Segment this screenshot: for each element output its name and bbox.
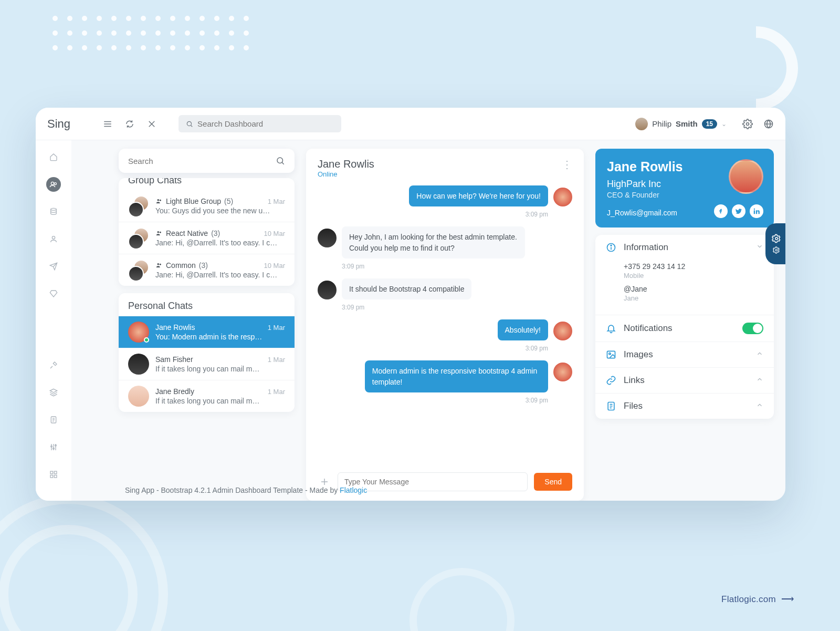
svg-line-28	[282, 162, 284, 164]
group-chats-title: Group Chats	[119, 178, 295, 190]
user-menu[interactable]: Philip Smith 15 ⌄	[635, 118, 732, 130]
group-chats-card: Group Chats Light Blue Group(5)1 Mar You…	[119, 178, 295, 286]
info-information-row[interactable]: Information	[595, 235, 774, 260]
svg-point-32	[160, 232, 161, 233]
personal-chat-item[interactable]: Jane Rowlis1 Mar You: Modern admin is th…	[119, 316, 295, 348]
personal-chat-item[interactable]: Sam Fisher1 Mar If it takes long you can…	[119, 348, 295, 380]
nav-database[interactable]	[46, 204, 61, 219]
send-button[interactable]: Send	[534, 473, 572, 491]
profile-handle-label: Jane	[624, 294, 763, 302]
twitter-icon[interactable]	[732, 204, 746, 218]
profile-card: Jane Rowlis HighPark Inc CEO & Founder J…	[595, 149, 774, 227]
nav-grid[interactable]	[46, 467, 61, 482]
info-body: +375 29 243 14 12 Mobile @Jane Jane	[595, 260, 774, 315]
chat-status: Online	[318, 170, 374, 178]
content: Group Chats Light Blue Group(5)1 Mar You…	[107, 140, 785, 501]
search-dashboard[interactable]	[178, 115, 341, 132]
settings-side-tab[interactable]	[765, 223, 785, 264]
svg-point-48	[775, 237, 778, 240]
avatar	[635, 118, 648, 130]
avatar	[128, 386, 149, 407]
svg-point-7	[747, 122, 749, 125]
profile-panel: Jane Rowlis HighPark Inc CEO & Founder J…	[595, 149, 774, 501]
brand-label: Sing	[47, 117, 70, 131]
svg-point-49	[775, 249, 778, 251]
close-icon[interactable]	[146, 118, 158, 130]
sidebar-search[interactable]	[119, 149, 295, 173]
app-window: Sing Philip Smith 15 ⌄	[36, 108, 785, 501]
svg-point-12	[52, 236, 55, 239]
file-icon	[606, 401, 616, 411]
linkedin-icon[interactable]	[750, 204, 763, 218]
svg-rect-25	[50, 475, 53, 478]
info-images-row[interactable]: Images	[595, 342, 774, 367]
flatlogic-watermark: Flatlogic.com⟶	[721, 594, 793, 605]
gear-icon	[773, 246, 780, 254]
search-dashboard-input[interactable]	[197, 119, 334, 128]
menu-icon[interactable]	[102, 118, 113, 130]
personal-chat-item[interactable]: Jane Bredly1 Mar If it takes long you ca…	[119, 380, 295, 412]
message-time: 3:09 pm	[342, 263, 572, 270]
svg-rect-26	[54, 475, 57, 478]
footer-link[interactable]: Flatlogic	[340, 486, 367, 494]
chevron-up-icon	[756, 350, 763, 359]
message-out: How can we help? We're here for you!	[409, 185, 548, 206]
left-nav	[36, 108, 71, 501]
refresh-icon[interactable]	[124, 118, 135, 130]
info-notifications-row[interactable]: Notifications	[595, 315, 774, 342]
footer: Sing App - Bootstrap 4.2.1 Admin Dashboa…	[125, 486, 367, 494]
nav-diamond[interactable]	[46, 286, 61, 301]
chat-window: Jane Rowlis Online ⋮ How can we help? We…	[306, 149, 584, 501]
svg-point-5	[187, 121, 191, 126]
gear-icon[interactable]	[742, 119, 753, 129]
nav-home[interactable]	[46, 150, 61, 164]
info-card: Information +375 29 243 14 12 Mobile @Ja…	[595, 235, 774, 419]
info-files-row[interactable]: Files	[595, 393, 774, 419]
svg-point-43	[609, 353, 611, 355]
nav-chat[interactable]	[46, 177, 61, 192]
gear-icon	[772, 234, 781, 243]
svg-rect-37	[754, 210, 755, 214]
nav-document[interactable]	[46, 412, 61, 427]
nav-layers[interactable]	[46, 385, 61, 400]
online-indicator	[144, 337, 149, 343]
svg-line-6	[191, 125, 192, 127]
personal-chats-card: Personal Chats Jane Rowlis1 Mar You: Mod…	[119, 293, 295, 412]
message-time: 3:09 pm	[318, 397, 548, 404]
chevron-up-icon	[756, 376, 763, 385]
chevron-up-icon	[756, 401, 763, 411]
facebook-icon[interactable]	[714, 204, 728, 218]
nav-send[interactable]	[46, 259, 61, 274]
profile-avatar	[729, 159, 763, 194]
message-time: 3:09 pm	[318, 345, 548, 352]
more-options-icon[interactable]: ⋮	[562, 158, 572, 171]
svg-point-9	[51, 182, 54, 184]
svg-rect-42	[607, 351, 615, 358]
group-chat-item[interactable]: Common(3)10 Mar Jane: Hi, @Darrell. It's…	[119, 254, 295, 286]
svg-point-41	[611, 245, 612, 246]
svg-point-27	[277, 158, 283, 163]
group-chat-item[interactable]: Light Blue Group(5)1 Mar You: Guys did y…	[119, 190, 295, 222]
notification-count-badge: 15	[702, 119, 717, 129]
bell-icon	[606, 323, 616, 334]
nav-sliders[interactable]	[46, 440, 61, 454]
notifications-toggle[interactable]	[742, 323, 763, 334]
svg-point-34	[160, 264, 161, 265]
svg-point-38	[754, 209, 755, 210]
group-icon	[155, 230, 163, 237]
profile-handle: @Jane	[624, 285, 763, 293]
message-out: Absolutely!	[498, 319, 548, 340]
info-links-row[interactable]: Links	[595, 367, 774, 393]
nav-user[interactable]	[46, 232, 61, 246]
message-time: 3:09 pm	[318, 211, 548, 218]
sidebar-search-input[interactable]	[128, 157, 276, 165]
globe-icon[interactable]	[763, 119, 774, 129]
svg-point-31	[158, 231, 160, 233]
svg-point-11	[51, 208, 57, 210]
nav-tools[interactable]	[46, 358, 61, 373]
chat-title: Jane Rowlis	[318, 158, 374, 170]
profile-phone: +375 29 243 14 12	[624, 262, 763, 271]
group-chat-item[interactable]: React Native(3)10 Mar Jane: Hi, @Darrell…	[119, 222, 295, 254]
profile-phone-label: Mobile	[624, 272, 763, 280]
group-icon	[155, 198, 163, 205]
